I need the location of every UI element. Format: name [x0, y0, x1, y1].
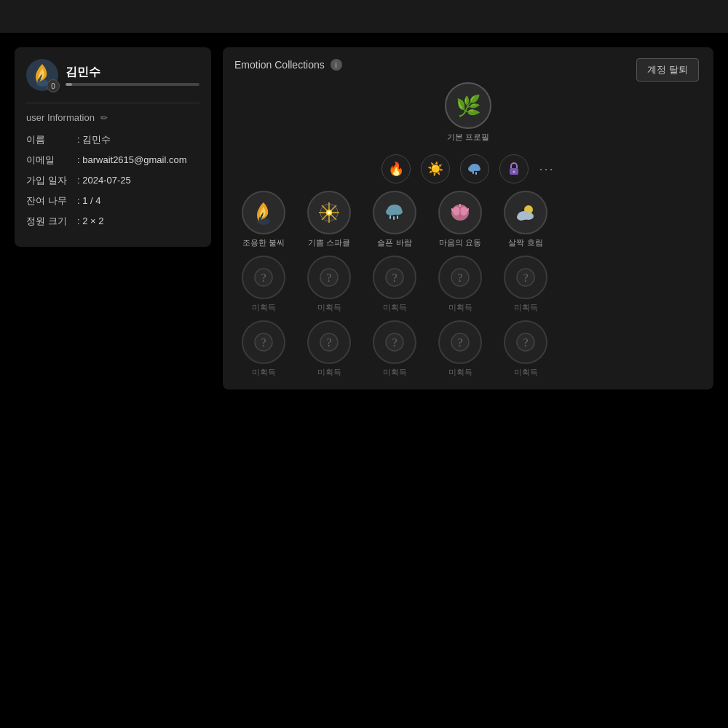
question-icon-0: ? [253, 267, 274, 288]
partly-cloudy-icon [513, 199, 539, 226]
info-row-trees: 잔여 나무 : 1 / 4 [26, 194, 199, 207]
locked-label-1: 미획득 [317, 302, 341, 313]
locked-circle-2: ? [373, 256, 416, 299]
svg-text:?: ? [326, 272, 331, 284]
progress-bar-fill [66, 83, 72, 86]
info-row-email: 이메일 : barwait2615@gmail.com [26, 154, 199, 167]
svg-point-15 [328, 211, 331, 214]
svg-text:?: ? [326, 336, 331, 349]
svg-rect-4 [472, 171, 474, 174]
more-dots[interactable]: ··· [539, 162, 554, 177]
value-email: : barwait2615@gmail.com [77, 154, 186, 165]
question-icon-5: ? [253, 332, 274, 352]
top-bar [0, 0, 728, 33]
emotion-circle-1 [307, 191, 351, 234]
emotion-circle-3 [438, 191, 482, 234]
question-icon-2: ? [384, 267, 405, 288]
svg-text:?: ? [392, 336, 397, 349]
locked-row-2: ? 미획득 ? 미획득 [234, 320, 702, 378]
featured-item[interactable]: 🌿 기본 프로필 [445, 82, 491, 143]
emotion-item-4[interactable]: 살짝 흐림 [496, 191, 555, 248]
locked-label-6: 미획득 [317, 367, 341, 378]
svg-rect-20 [393, 216, 395, 220]
locked-item-6[interactable]: ? 미획득 [300, 320, 358, 378]
sad-wind-icon [381, 199, 408, 226]
locked-label-9: 미획득 [514, 367, 538, 378]
divider-1 [26, 103, 199, 103]
locked-label-3: 미획득 [448, 302, 472, 313]
small-icon-rain[interactable] [460, 154, 489, 183]
featured-emoji: 🌿 [456, 94, 481, 118]
info-icon[interactable]: i [331, 59, 342, 71]
svg-rect-19 [389, 215, 391, 219]
info-row-name: 이름 : 김민수 [26, 133, 199, 146]
small-icon-lock[interactable] [499, 154, 529, 183]
small-icon-sun[interactable]: ☀️ [421, 154, 450, 183]
svg-text:?: ? [457, 336, 462, 349]
locked-item-7[interactable]: ? 미획득 [365, 320, 424, 378]
svg-text:?: ? [261, 272, 266, 284]
locked-circle-8: ? [438, 320, 482, 364]
emotion-label-3: 마음의 요동 [439, 237, 481, 248]
edit-icon[interactable]: ✏ [100, 113, 108, 123]
emotion-item-3[interactable]: 마음의 요동 [431, 191, 489, 248]
small-icon-flame[interactable]: 🔥 [381, 154, 411, 183]
emotion-circle-2 [373, 191, 416, 234]
svg-rect-21 [397, 215, 398, 219]
label-email: 이메일 [26, 154, 77, 167]
locked-item-1[interactable]: ? 미획득 [300, 256, 358, 313]
locked-label-2: 미획득 [383, 302, 407, 313]
locked-label-0: 미획득 [252, 302, 276, 313]
right-panel: Emotion Collections i 🌿 기본 프로필 🔥 ☀️ [223, 47, 713, 389]
locked-item-2[interactable]: ? 미획득 [365, 256, 424, 313]
profile-header: 0 김민수 [26, 59, 199, 91]
locked-circle-6: ? [307, 320, 351, 364]
info-row-joindate: 가입 일자 : 2024-07-25 [26, 174, 199, 187]
emotion-item-1[interactable]: 기쁨 스파클 [300, 191, 358, 248]
emotion-label-1: 기쁨 스파클 [308, 237, 350, 248]
locked-item-8[interactable]: ? 미획득 [431, 320, 489, 378]
locked-circle-5: ? [242, 320, 285, 364]
question-icon-7: ? [384, 332, 405, 352]
account-delete-button[interactable]: 계정 탈퇴 [636, 58, 699, 82]
svg-point-18 [394, 209, 403, 215]
svg-text:?: ? [392, 272, 397, 284]
svg-rect-5 [475, 172, 477, 175]
unlocked-large-row: 조용한 불씨 기쁨 [234, 191, 702, 248]
question-icon-1: ? [319, 267, 339, 288]
svg-text:?: ? [261, 336, 266, 349]
lock-icon-small [507, 162, 521, 176]
locked-item-4[interactable]: ? 미획득 [496, 256, 555, 313]
locked-label-7: 미획득 [383, 367, 407, 378]
cloud-rain-icon [467, 161, 483, 177]
emotion-item-0[interactable]: 조용한 불씨 [234, 191, 293, 248]
value-name: : 김민수 [77, 133, 111, 146]
user-info-section: user Information ✏ [26, 112, 199, 123]
emotion-label-0: 조용한 불씨 [242, 237, 285, 248]
locked-circle-0: ? [242, 256, 285, 299]
section-title-text: user Information [26, 112, 95, 123]
locked-item-9[interactable]: ? 미획득 [496, 320, 555, 378]
svg-point-23 [453, 207, 460, 215]
locked-item-3[interactable]: ? 미획득 [431, 256, 489, 313]
locked-circle-7: ? [373, 320, 416, 364]
emotion-label-2: 슬픈 바람 [377, 237, 411, 248]
locked-circle-1: ? [307, 256, 351, 299]
locked-circle-3: ? [438, 256, 482, 299]
locked-item-0[interactable]: ? 미획득 [234, 256, 293, 313]
value-garden: : 2 × 2 [77, 215, 104, 226]
avatar-badge: 0 [47, 79, 60, 92]
locked-label-5: 미획득 [252, 367, 276, 378]
locked-item-5[interactable]: ? 미획득 [234, 320, 293, 378]
emotion-label-4: 살짝 흐림 [508, 237, 542, 248]
svg-text:?: ? [457, 272, 462, 284]
username-area: 김민수 [66, 65, 199, 86]
info-row-garden: 정원 크기 : 2 × 2 [26, 215, 199, 228]
emotion-item-2[interactable]: 슬픈 바람 [365, 191, 424, 248]
value-trees: : 1 / 4 [77, 195, 101, 206]
question-icon-8: ? [450, 332, 470, 352]
label-joindate: 가입 일자 [26, 174, 77, 187]
value-joindate: : 2024-07-25 [77, 175, 131, 186]
avatar-container: 0 [26, 59, 58, 91]
question-icon-6: ? [319, 332, 339, 352]
